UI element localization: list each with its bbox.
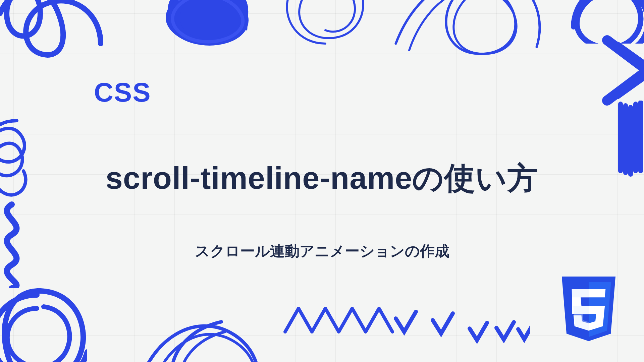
page-title: scroll-timeline-nameの使い方 [0, 158, 644, 199]
page-subtitle: スクロール連動アニメーションの作成 [0, 241, 644, 261]
slide-content: CSS scroll-timeline-nameの使い方 スクロール連動アニメー… [0, 0, 644, 362]
css3-logo-icon [557, 277, 621, 349]
category-label: CSS [94, 77, 151, 108]
